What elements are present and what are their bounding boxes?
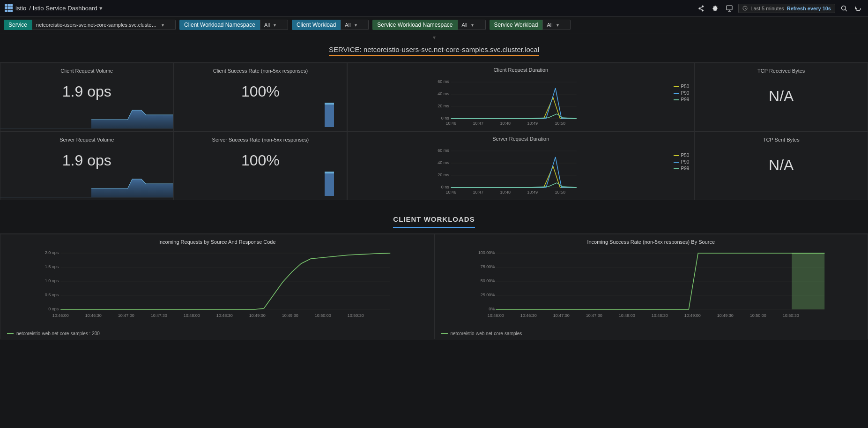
svg-rect-0 xyxy=(727,6,732,10)
clock-icon xyxy=(742,6,748,11)
svg-text:0 ns: 0 ns xyxy=(441,116,450,120)
server-request-duration-svg: 60 ms 40 ms 20 ms 0 ns 10:46 10:47 10:48… xyxy=(352,145,669,196)
incoming-requests-svg: 2.0 ops 1.5 ops 1.0 ops 0.5 ops 0 ops 10… xyxy=(7,248,427,323)
server-p90-label: P90 xyxy=(681,159,690,165)
svg-text:10:48: 10:48 xyxy=(500,190,511,195)
service-caret-icon: ▾ xyxy=(162,23,164,28)
svg-text:10:47:00: 10:47:00 xyxy=(118,313,134,318)
svg-text:60 ms: 60 ms xyxy=(438,79,449,84)
display-button[interactable] xyxy=(724,3,734,14)
server-success-rate-chart xyxy=(318,168,341,196)
svg-text:0 ops: 0 ops xyxy=(48,307,59,311)
breadcrumb-caret[interactable]: ▾ xyxy=(99,5,103,12)
server-legend-p50: P50 xyxy=(674,153,690,158)
service-workload-ns-label: Service Workload Namespace xyxy=(372,20,457,30)
tooltip-arrow: ▾ xyxy=(0,33,868,42)
client-request-duration-card: Client Request Duration 60 ms 40 ms 20 m… xyxy=(347,63,694,131)
svg-text:10:48:00: 10:48:00 xyxy=(618,313,635,318)
incoming-success-rate-svg: 100.00% 75.00% 50.00% 25.00% 0% 10:46:00… xyxy=(441,248,861,323)
metrics-row-1: Client Request Volume 1.9 ops Client Suc… xyxy=(0,62,868,131)
service-filter-dropdown[interactable]: netcoreistio-users-svc.net-core-samples.… xyxy=(32,20,176,30)
refresh-button[interactable] xyxy=(853,3,863,14)
incoming-requests-chart-title: Incoming Requests by Source And Response… xyxy=(7,239,427,245)
tcp-received-bytes-card: TCP Received Bytes N/A xyxy=(694,63,868,131)
server-success-rate-value: 100% xyxy=(180,152,341,169)
p90-label: P90 xyxy=(681,90,690,96)
tcp-sent-bytes-value: N/A xyxy=(700,157,862,174)
client-workload-dropdown[interactable]: All ▾ xyxy=(341,20,369,30)
svg-rect-27 xyxy=(325,172,334,196)
server-p50-label: P50 xyxy=(681,153,690,158)
time-range-label: Last 5 minutes xyxy=(750,6,784,11)
svg-text:10:46:30: 10:46:30 xyxy=(520,313,536,318)
svg-rect-11 xyxy=(325,103,334,105)
client-workload-ns-filter-group: Client Workload Namespace All ▾ xyxy=(179,20,288,30)
app-logo: istio xyxy=(5,4,26,12)
refresh-label: Refresh every 10s xyxy=(787,6,831,11)
svg-text:10:48:00: 10:48:00 xyxy=(184,313,200,318)
server-request-duration-card: Server Request Duration 60 ms 40 ms 20 m… xyxy=(347,132,694,200)
service-filter-label: Service xyxy=(4,20,32,30)
svg-text:0%: 0% xyxy=(489,307,495,311)
service-workload-dropdown[interactable]: All ▾ xyxy=(542,20,571,30)
incoming-requests-chart-panel: Incoming Requests by Source And Response… xyxy=(0,234,434,339)
breadcrumb: / Istio Service Dashboard ▾ xyxy=(29,5,103,12)
svg-text:10:49:00: 10:49:00 xyxy=(249,313,266,318)
client-caret-icon: ▾ xyxy=(355,23,357,28)
client-success-rate-card: Client Success Rate (non-5xx responses) … xyxy=(174,63,348,131)
p50-color xyxy=(674,86,679,87)
arrow-down-icon: ▾ xyxy=(433,34,436,41)
svg-text:10:46: 10:46 xyxy=(446,190,457,195)
success-rate-legend-label: netcoreistio-web.net-core-samples xyxy=(451,331,522,336)
p99-color xyxy=(674,99,679,100)
service-workload-filter-group: Service Workload All ▾ xyxy=(490,20,571,30)
svg-text:0 ns: 0 ns xyxy=(441,185,450,189)
service-ns-caret-icon: ▾ xyxy=(471,23,474,28)
time-range-display[interactable]: Last 5 minutes Refresh every 10s xyxy=(738,4,835,13)
topbar-left: istio / Istio Service Dashboard ▾ xyxy=(5,4,103,12)
share-button[interactable] xyxy=(696,3,706,14)
svg-text:10:46:00: 10:46:00 xyxy=(487,313,504,318)
server-p90-color xyxy=(674,162,679,163)
svg-text:1.5 ops: 1.5 ops xyxy=(45,264,59,269)
legend-p90: P90 xyxy=(674,90,690,96)
p90-color xyxy=(674,93,679,94)
svg-text:40 ms: 40 ms xyxy=(438,91,449,96)
service-workload-ns-dropdown[interactable]: All ▾ xyxy=(458,20,486,30)
svg-text:10:47: 10:47 xyxy=(473,121,484,126)
success-rate-legend-color xyxy=(441,333,448,334)
svg-text:10:46:00: 10:46:00 xyxy=(52,313,69,318)
svg-text:75.00%: 75.00% xyxy=(480,264,495,269)
client-workload-ns-dropdown[interactable]: All ▾ xyxy=(260,20,288,30)
svg-text:10:48:30: 10:48:30 xyxy=(651,313,668,318)
service-title-section: SERVICE: netcoreistio-users-svc.net-core… xyxy=(0,42,868,62)
service-workload-ns-filter-group: Service Workload Namespace All ▾ xyxy=(372,20,485,30)
server-duration-legend: P50 P90 P99 xyxy=(674,145,690,196)
client-success-rate-chart xyxy=(318,99,341,127)
client-ns-caret-icon: ▾ xyxy=(274,23,276,28)
tcp-sent-bytes-title: TCP Sent Bytes xyxy=(700,137,862,143)
settings-button[interactable] xyxy=(710,3,720,14)
client-workloads-title: CLIENT WORKLOADS xyxy=(393,208,475,228)
search-button[interactable] xyxy=(839,3,849,14)
svg-text:20 ms: 20 ms xyxy=(438,104,449,108)
server-p99-color xyxy=(674,168,679,169)
client-workload-filter-group: Client Workload All ▾ xyxy=(292,20,369,30)
search-icon xyxy=(841,5,847,12)
svg-text:10:49:00: 10:49:00 xyxy=(684,313,700,318)
svg-text:50.00%: 50.00% xyxy=(480,278,495,283)
refresh-icon xyxy=(855,5,861,12)
svg-point-6 xyxy=(842,6,846,10)
topbar-right: Last 5 minutes Refresh every 10s xyxy=(696,3,863,14)
legend-p99: P99 xyxy=(674,97,690,102)
server-legend-p99: P99 xyxy=(674,166,690,171)
incoming-requests-legend-label: netcoreistio-web.net-core-samples : 200 xyxy=(16,331,100,336)
service-filter-group: Service netcoreistio-users-svc.net-core-… xyxy=(4,20,176,30)
client-duration-legend: P50 P90 P99 xyxy=(674,76,690,127)
client-request-volume-card: Client Request Volume 1.9 ops xyxy=(0,63,174,131)
svg-rect-28 xyxy=(325,172,334,173)
svg-text:0.5 ops: 0.5 ops xyxy=(45,293,59,297)
client-request-volume-value: 1.9 ops xyxy=(6,83,168,100)
client-workloads-section-header: CLIENT WORKLOADS xyxy=(0,200,868,233)
svg-text:10:50:00: 10:50:00 xyxy=(315,313,331,318)
